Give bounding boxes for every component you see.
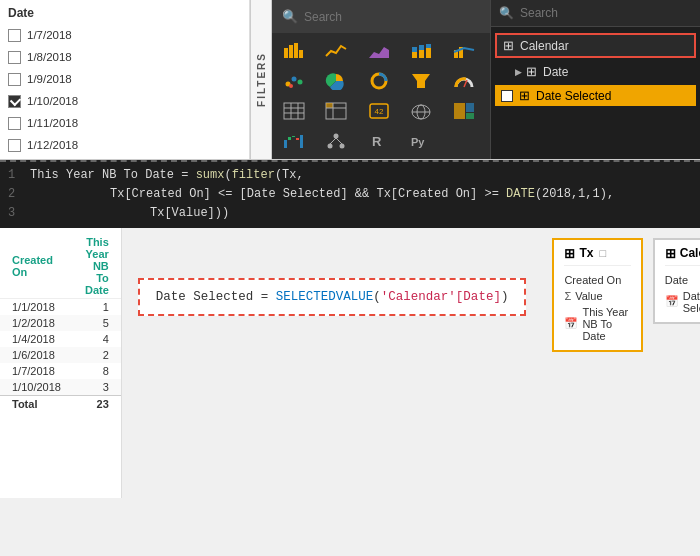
- svg-point-13: [292, 77, 297, 82]
- svg-rect-6: [419, 50, 424, 58]
- date-row-2[interactable]: 1/9/2018: [0, 68, 249, 90]
- sidebar-item-calendar[interactable]: ⊞ Calendar: [495, 33, 696, 58]
- svg-rect-40: [300, 135, 303, 148]
- cell-val-3: 2: [73, 347, 121, 363]
- tx-title: Tx: [579, 246, 593, 260]
- cell-date-0: 1/1/2018: [0, 298, 73, 315]
- viz-icon-decomp[interactable]: [318, 127, 354, 155]
- viz-icon-scatter[interactable]: [276, 67, 312, 95]
- calendar-date-label: Date: [665, 274, 688, 286]
- sidebar-items-list: ⊞ Calendar ▶ ⊞ Date ⊞ Date Selected: [491, 27, 700, 159]
- viz-icon-funnel[interactable]: [403, 67, 439, 95]
- sidebar-item-date-selected[interactable]: ⊞ Date Selected: [495, 85, 696, 106]
- sidebar-date-label: Date: [543, 65, 568, 79]
- svg-line-18: [464, 80, 467, 87]
- cell-val-2: 4: [73, 331, 121, 347]
- search-icon: 🔍: [282, 9, 298, 24]
- viz-icon-treemap[interactable]: [446, 97, 482, 125]
- svg-rect-36: [284, 140, 287, 148]
- viz-icon-donut[interactable]: [361, 67, 397, 95]
- cell-val-1: 5: [73, 315, 121, 331]
- date-row-0[interactable]: 1/7/2018: [0, 24, 249, 46]
- cell-val-4: 8: [73, 363, 121, 379]
- checkbox-5[interactable]: [8, 139, 21, 152]
- date-label-5: 1/12/2018: [27, 139, 78, 151]
- formula-line-3: 3 Tx[Value])): [8, 204, 692, 223]
- sidebar-search-bar: 🔍: [491, 0, 700, 27]
- sidebar-date-selected-label: Date Selected: [536, 89, 611, 103]
- viz-icon-waterfall[interactable]: [276, 127, 312, 155]
- formula-arg: 'Calendar'[Date]: [381, 290, 501, 304]
- date-label-4: 1/11/2018: [27, 117, 78, 129]
- date-label-3: 1/10/2018: [27, 95, 78, 107]
- filters-bar: FILTERS: [250, 0, 272, 159]
- calendar-date-selected-label: Date Selected: [683, 290, 700, 314]
- svg-point-43: [340, 144, 345, 149]
- search-input[interactable]: [304, 10, 480, 24]
- date-row-4[interactable]: 1/11/2018: [0, 112, 249, 134]
- line-num-3: 3: [8, 204, 22, 223]
- cell-date-4: 1/7/2018: [0, 363, 73, 379]
- filters-label: FILTERS: [256, 52, 267, 107]
- cell-val-0: 1: [73, 298, 121, 315]
- viz-icon-table[interactable]: [276, 97, 312, 125]
- date-panel-title: Date: [0, 4, 249, 24]
- svg-rect-25: [326, 103, 333, 108]
- formula-highlight-box: Date Selected = SELECTEDVALUE('Calendar'…: [138, 278, 527, 316]
- table-row: 1/7/2018 8: [0, 363, 121, 379]
- viz-icon-stacked-bar[interactable]: [403, 37, 439, 65]
- calendar-box-header: ⊞ Calendar: [665, 246, 700, 266]
- table-row: 1/4/2018 4: [0, 331, 121, 347]
- viz-icon-r[interactable]: R: [361, 127, 397, 155]
- viz-search-bar: 🔍: [272, 0, 490, 33]
- svg-marker-17: [412, 74, 430, 88]
- svg-rect-0: [284, 48, 288, 58]
- svg-rect-33: [454, 103, 465, 119]
- calendar-field-date: Date: [665, 272, 700, 288]
- date-row-5[interactable]: 1/12/2018: [0, 134, 249, 156]
- sidebar-search-icon: 🔍: [499, 6, 514, 20]
- date-row-1[interactable]: 1/8/2018: [0, 46, 249, 68]
- viz-icon-bar[interactable]: [276, 37, 312, 65]
- cell-date-2: 1/4/2018: [0, 331, 73, 347]
- svg-point-15: [289, 84, 293, 88]
- viz-icon-gauge[interactable]: [446, 67, 482, 95]
- sidebar-search-input[interactable]: [520, 6, 692, 20]
- data-table: Created On This Year NB To Date 1/1/2018…: [0, 234, 121, 412]
- checkbox-1[interactable]: [8, 51, 21, 64]
- date-row-3[interactable]: 1/10/2018: [0, 90, 249, 112]
- sidebar-item-date[interactable]: ▶ ⊞ Date: [491, 60, 700, 83]
- viz-icon-card[interactable]: 42: [361, 97, 397, 125]
- tx-field-value: Σ Value: [564, 288, 630, 304]
- viz-icon-pie[interactable]: [318, 67, 354, 95]
- calendar-date-selected-icon: 📅: [665, 295, 679, 308]
- formula-highlight-area: Date Selected = SELECTEDVALUE('Calendar'…: [122, 228, 543, 498]
- calendar-table-icon: ⊞: [665, 246, 676, 261]
- viz-icons-panel: 🔍: [272, 0, 490, 159]
- checkbox-0[interactable]: [8, 29, 21, 42]
- svg-rect-9: [426, 44, 431, 48]
- tx-diagram-box: ⊞ Tx □ Created On Σ Value 📅 This Year NB…: [552, 238, 642, 352]
- checkbox-2[interactable]: [8, 73, 21, 86]
- checkbox-3[interactable]: [8, 95, 21, 108]
- viz-icon-map[interactable]: [403, 97, 439, 125]
- date-label-1: 1/8/2018: [27, 51, 72, 63]
- viz-icon-line[interactable]: [318, 37, 354, 65]
- tx-square-icon: □: [599, 247, 606, 259]
- formula-func-date: DATE: [506, 187, 535, 201]
- svg-rect-2: [294, 43, 298, 58]
- col-header-date: Created On: [0, 234, 73, 299]
- table-icon-calendar: ⊞: [503, 38, 514, 53]
- cell-val-5: 3: [73, 379, 121, 396]
- viz-icon-combo[interactable]: [446, 37, 482, 65]
- table-row: 1/2/2018 5: [0, 315, 121, 331]
- formula-line-2: 2 Tx[Created On] <= [Date Selected] && T…: [8, 185, 692, 204]
- viz-icon-python[interactable]: Py: [403, 127, 439, 155]
- table-row: 1/1/2018 1: [0, 298, 121, 315]
- viz-icon-matrix[interactable]: [318, 97, 354, 125]
- checkbox-4[interactable]: [8, 117, 21, 130]
- viz-icon-area[interactable]: [361, 37, 397, 65]
- svg-rect-39: [296, 138, 299, 140]
- formula-text-2: Tx[Created On] <= [Date Selected] && Tx[…: [110, 185, 614, 204]
- tx-field-nb-to-date: 📅 This Year NB To Date: [564, 304, 630, 344]
